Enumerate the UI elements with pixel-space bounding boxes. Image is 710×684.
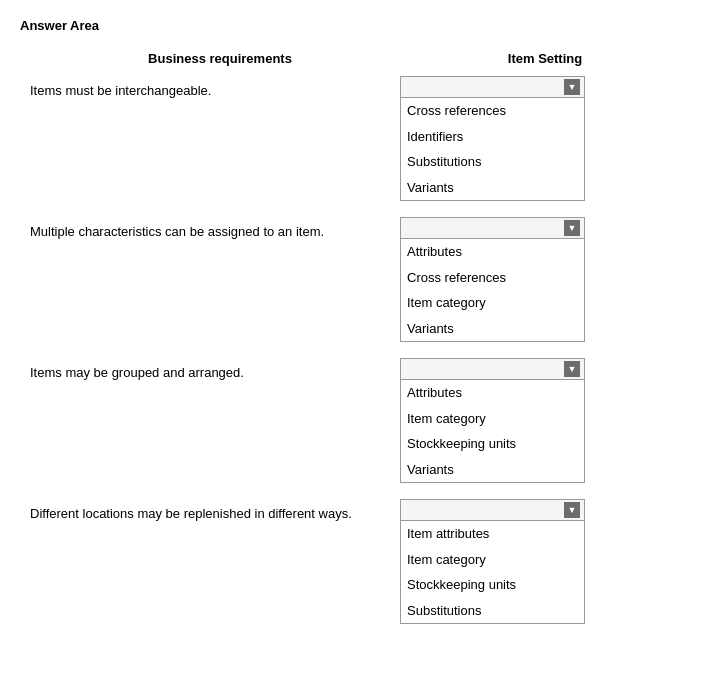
list-item[interactable]: Attributes	[401, 380, 584, 406]
dropdown-header-1[interactable]: ▼	[400, 76, 585, 98]
dropdown-list-4: Item attributesItem categoryStockkeeping…	[400, 521, 585, 624]
list-item[interactable]: Stockkeeping units	[401, 572, 584, 598]
requirement-text-4: Different locations may be replenished i…	[20, 499, 400, 523]
list-item[interactable]: Variants	[401, 316, 584, 342]
list-item[interactable]: Attributes	[401, 239, 584, 265]
col-header-requirements: Business requirements	[20, 51, 400, 66]
requirement-text-2: Multiple characteristics can be assigned…	[20, 217, 400, 241]
list-item[interactable]: Substitutions	[401, 149, 584, 175]
list-item[interactable]: Cross references	[401, 265, 584, 291]
chevron-down-icon: ▼	[564, 502, 580, 518]
chevron-down-icon: ▼	[564, 79, 580, 95]
list-item[interactable]: Variants	[401, 175, 584, 201]
list-item[interactable]: Cross references	[401, 98, 584, 124]
dropdown-container-3: ▼AttributesItem categoryStockkeeping uni…	[400, 358, 690, 483]
list-item[interactable]: Item attributes	[401, 521, 584, 547]
dropdown-container-1: ▼Cross referencesIdentifiersSubstitution…	[400, 76, 690, 201]
table-row: Different locations may be replenished i…	[20, 499, 690, 624]
dropdown-header-2[interactable]: ▼	[400, 217, 585, 239]
dropdown-header-4[interactable]: ▼	[400, 499, 585, 521]
chevron-down-icon: ▼	[564, 220, 580, 236]
requirement-text-1: Items must be interchangeable.	[20, 76, 400, 100]
list-item[interactable]: Stockkeeping units	[401, 431, 584, 457]
list-item[interactable]: Variants	[401, 457, 584, 483]
dropdown-container-4: ▼Item attributesItem categoryStockkeepin…	[400, 499, 690, 624]
list-item[interactable]: Item category	[401, 547, 584, 573]
answer-area-title: Answer Area	[20, 18, 690, 33]
table-row: Items must be interchangeable.▼Cross ref…	[20, 76, 690, 201]
list-item[interactable]: Substitutions	[401, 598, 584, 624]
dropdown-list-3: AttributesItem categoryStockkeeping unit…	[400, 380, 585, 483]
list-item[interactable]: Item category	[401, 290, 584, 316]
dropdown-container-2: ▼AttributesCross referencesItem category…	[400, 217, 690, 342]
table-row: Multiple characteristics can be assigned…	[20, 217, 690, 342]
dropdown-list-2: AttributesCross referencesItem categoryV…	[400, 239, 585, 342]
col-header-setting: Item Setting	[400, 51, 690, 66]
list-item[interactable]: Item category	[401, 406, 584, 432]
list-item[interactable]: Identifiers	[401, 124, 584, 150]
requirement-text-3: Items may be grouped and arranged.	[20, 358, 400, 382]
dropdown-header-3[interactable]: ▼	[400, 358, 585, 380]
dropdown-list-1: Cross referencesIdentifiersSubstitutions…	[400, 98, 585, 201]
chevron-down-icon: ▼	[564, 361, 580, 377]
table-row: Items may be grouped and arranged.▼Attri…	[20, 358, 690, 483]
